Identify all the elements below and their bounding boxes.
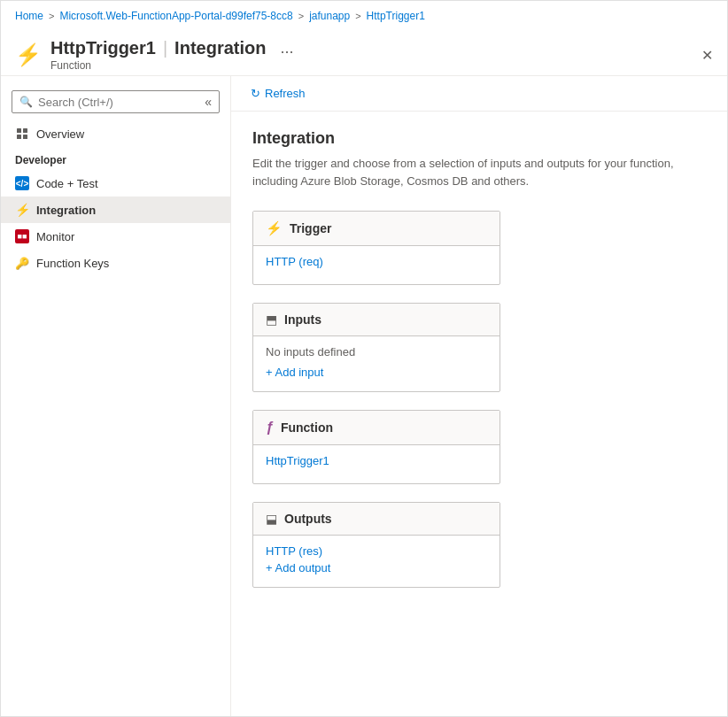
breadcrumb-functionapp[interactable]: Microsoft.Web-FunctionApp-Portal-d99fef7… (59, 10, 292, 22)
sidebar-monitor-label: Monitor (36, 230, 74, 243)
sidebar: 🔍 « Overview Developer </> Code + Test ⚡… (1, 76, 231, 716)
function-f-icon: ƒ (266, 420, 274, 436)
trigger-http-link[interactable]: HTTP (req) (266, 255, 487, 268)
svg-rect-2 (17, 135, 21, 139)
breadcrumb-home[interactable]: Home (15, 10, 43, 22)
toolbar: ↻ Refresh (231, 76, 727, 112)
inputs-card: ⬒ Inputs No inputs defined + Add input (252, 303, 500, 392)
sidebar-item-monitor[interactable]: ■■ Monitor (1, 223, 230, 250)
breadcrumb: Home > Microsoft.Web-FunctionApp-Portal-… (1, 1, 727, 31)
header-subtitle: Function (50, 59, 293, 72)
add-input-link[interactable]: + Add input (266, 366, 323, 379)
svg-rect-0 (17, 128, 21, 133)
refresh-button[interactable]: ↻ Refresh (249, 83, 307, 104)
function-card-title: Function (281, 420, 333, 435)
sidebar-section-developer: Developer (1, 147, 230, 170)
main-content: ↻ Refresh Integration Edit the trigger a… (231, 76, 727, 716)
integration-icon: ⚡ (15, 203, 29, 217)
trigger-bolt-icon: ⚡ (266, 220, 283, 236)
outputs-http-link[interactable]: HTTP (res) (266, 544, 487, 558)
page-section-title: Integration (174, 38, 266, 58)
breadcrumb-sep-2: > (298, 11, 304, 21)
overview-icon (15, 127, 29, 141)
sidebar-item-overview[interactable]: Overview (1, 120, 230, 147)
function-card: ƒ Function HttpTrigger1 (252, 410, 500, 484)
collapse-sidebar-button[interactable]: « (205, 95, 212, 109)
code-test-icon: </> (15, 176, 29, 190)
search-input[interactable] (38, 96, 162, 109)
sidebar-item-code-test[interactable]: </> Code + Test (1, 170, 230, 197)
page-title: HttpTrigger1 (50, 38, 156, 58)
integration-description: Edit the trigger and choose from a selec… (252, 155, 706, 189)
function-card-header: ƒ Function (253, 411, 500, 445)
breadcrumb-sep-3: > (355, 11, 360, 21)
sidebar-overview-label: Overview (36, 127, 84, 141)
inputs-card-header: ⬒ Inputs (253, 304, 500, 336)
trigger-card-body: HTTP (req) (253, 246, 500, 284)
add-output-link[interactable]: + Add output (266, 561, 330, 574)
more-options-button[interactable]: ... (280, 39, 293, 58)
outputs-card-title: Outputs (284, 512, 332, 526)
trigger-card-title: Trigger (290, 221, 331, 235)
sidebar-code-test-label: Code + Test (36, 177, 98, 190)
svg-rect-1 (23, 128, 27, 133)
inputs-empty-text: No inputs defined (266, 345, 487, 358)
trigger-card-header: ⚡ Trigger (253, 212, 500, 246)
sidebar-integration-label: Integration (36, 204, 96, 217)
outputs-card-header: ⬓ Outputs (253, 503, 500, 536)
outputs-card: ⬓ Outputs HTTP (res) + Add output (252, 502, 500, 588)
inputs-card-body: No inputs defined + Add input (253, 336, 500, 391)
search-box[interactable]: 🔍 « (12, 90, 220, 113)
refresh-icon: ↻ (251, 87, 260, 100)
function-card-body: HttpTrigger1 (253, 445, 500, 483)
function-keys-icon: 🔑 (15, 256, 29, 270)
sidebar-item-integration[interactable]: ⚡ Integration (1, 197, 230, 223)
breadcrumb-function[interactable]: HttpTrigger1 (367, 10, 425, 22)
header-bolt-icon: ⚡ (15, 42, 42, 67)
outputs-arrow-icon: ⬓ (266, 512, 277, 526)
integration-heading: Integration (252, 129, 706, 148)
function-name-link[interactable]: HttpTrigger1 (266, 454, 487, 467)
page-content: Integration Edit the trigger and choose … (231, 112, 727, 716)
search-icon: 🔍 (19, 96, 33, 108)
monitor-icon: ■■ (15, 229, 29, 243)
header-separator: | (163, 38, 167, 58)
page-header: ⚡ HttpTrigger1 | Integration ... Functio… (1, 31, 727, 76)
breadcrumb-sep-1: > (49, 11, 54, 21)
inputs-arrow-icon: ⬒ (266, 312, 277, 327)
refresh-label: Refresh (265, 87, 306, 100)
breadcrumb-app[interactable]: jafunapp (309, 10, 350, 22)
svg-rect-3 (23, 135, 27, 139)
inputs-card-title: Inputs (284, 312, 321, 327)
close-button[interactable]: ✕ (701, 47, 713, 64)
sidebar-function-keys-label: Function Keys (36, 257, 109, 270)
trigger-card: ⚡ Trigger HTTP (req) (252, 211, 500, 285)
sidebar-item-function-keys[interactable]: 🔑 Function Keys (1, 250, 230, 276)
outputs-card-body: HTTP (res) + Add output (253, 536, 500, 587)
